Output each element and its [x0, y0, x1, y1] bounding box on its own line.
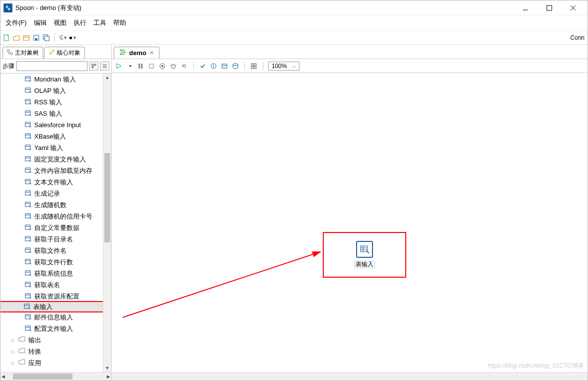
step-node-table-input[interactable]: 表输入	[354, 241, 375, 269]
menu-tools[interactable]: 工具	[91, 17, 108, 28]
tree-horizontal-scrollbar[interactable]: ◀ ▶	[0, 372, 111, 381]
collapse-tree-icon[interactable]	[100, 62, 109, 71]
tree-folder-label: 应用	[28, 359, 41, 368]
save-icon[interactable]	[32, 34, 40, 42]
verify-icon[interactable]	[199, 62, 207, 70]
new-icon[interactable]	[2, 34, 10, 42]
separator	[193, 62, 194, 71]
tree-item[interactable]: 生成随机数	[0, 199, 111, 211]
pause-icon[interactable]	[137, 62, 145, 70]
maximize-button[interactable]	[542, 2, 557, 14]
run-dropdown-icon[interactable]	[126, 62, 134, 70]
tree-item[interactable]: 获取文件名	[0, 245, 111, 256]
impact-icon[interactable]	[210, 62, 218, 70]
titlebar: Spoon - demo (有变动)	[0, 0, 588, 15]
debug-icon[interactable]	[169, 62, 177, 70]
tab-main-objects[interactable]: 主对象树	[2, 47, 43, 59]
tree-item[interactable]: SAS 输入	[0, 108, 111, 119]
scroll-thumb[interactable]	[104, 153, 110, 242]
svg-rect-72	[141, 64, 143, 69]
tree-item[interactable]: 获取资源库配置	[0, 291, 111, 302]
expand-icon[interactable]: ▷	[10, 349, 15, 354]
tree-item[interactable]: 获取系统信息	[0, 268, 111, 279]
step-icon	[24, 144, 31, 152]
dropdown-icon[interactable]: ●	[69, 34, 76, 42]
tab-close-icon[interactable]: ✕	[149, 50, 154, 56]
tree-vertical-scrollbar[interactable]: ▲ ▼	[103, 74, 111, 372]
menu-help[interactable]: 帮助	[111, 17, 128, 28]
hscroll-thumb[interactable]	[13, 374, 73, 380]
tree-item[interactable]: Salesforce Input	[0, 119, 111, 131]
tree-item[interactable]: XBase输入	[0, 131, 111, 142]
show-results-icon[interactable]	[250, 62, 258, 70]
tree-item[interactable]: 生成随机的信用卡号	[0, 211, 111, 222]
replay-icon[interactable]	[180, 62, 188, 70]
tree-item[interactable]: 获取文件行数	[0, 256, 111, 268]
tree-item[interactable]: 表输入	[0, 301, 105, 312]
tree-folder[interactable]: ▷输出	[0, 334, 111, 346]
stop-icon[interactable]	[147, 62, 155, 70]
tree-folder[interactable]: ▷应用	[0, 357, 111, 369]
tab-main-label: 主对象树	[15, 49, 39, 57]
tree-item-label: 表输入	[33, 303, 53, 311]
expand-icon[interactable]: ▷	[10, 361, 15, 366]
menu-view[interactable]: 视图	[52, 17, 69, 28]
tree-item[interactable]: 文本文件输入	[0, 176, 111, 188]
toolbar-right-text: Conn	[570, 34, 586, 41]
menu-run[interactable]: 执行	[72, 17, 88, 28]
svg-point-69	[124, 52, 126, 53]
canvas[interactable]: 表输入 https://blog.csdn.net/qq_51CTO博客	[112, 73, 588, 372]
run-icon[interactable]	[115, 62, 123, 70]
tree-item[interactable]: 生成记录	[0, 188, 111, 199]
tree-item[interactable]: OLAP 输入	[0, 85, 111, 96]
tree-item[interactable]: Yaml 输入	[0, 142, 111, 153]
step-icon	[24, 98, 31, 106]
tree-item-label: 获取子目录名	[34, 235, 73, 244]
expand-tree-icon[interactable]	[89, 62, 98, 71]
open-icon[interactable]	[12, 34, 20, 42]
step-icon	[24, 235, 31, 243]
tree-folder[interactable]: ▷转换	[0, 346, 111, 357]
tree-item-label: Yaml 输入	[34, 144, 63, 152]
explore-db-icon[interactable]	[231, 62, 239, 70]
tree-item[interactable]: 自定义常量数据	[0, 222, 111, 233]
sql-icon[interactable]	[220, 62, 228, 70]
tree-item[interactable]: 获取子目录名	[0, 233, 111, 245]
step-icon	[24, 132, 31, 141]
step-tree[interactable]: Mondrian 输入OLAP 输入RSS 输入SAS 输入Salesforce…	[0, 74, 111, 372]
preview-icon[interactable]	[158, 62, 166, 70]
canvas-tab-demo[interactable]: demo ✕	[114, 47, 159, 59]
close-button[interactable]	[566, 2, 581, 14]
tree-item-label: 获取资源库配置	[34, 292, 79, 301]
menu-edit[interactable]: 编辑	[32, 17, 49, 28]
saveas-icon[interactable]	[42, 34, 50, 42]
tree-item-label: 获取文件行数	[34, 258, 73, 267]
tree-item[interactable]: RSS 输入	[0, 96, 111, 108]
svg-rect-11	[45, 36, 49, 41]
svg-rect-13	[10, 53, 12, 55]
separator	[263, 62, 263, 71]
tree-item[interactable]: 配置文件输入	[0, 323, 111, 334]
zoom-select[interactable]: 100%	[268, 62, 299, 71]
perspective-icon[interactable]	[59, 34, 67, 42]
scroll-up-arrow[interactable]: ▲	[103, 74, 111, 81]
tree-item[interactable]: 文件内容加载至内存	[0, 165, 111, 176]
canvas-horizontal-scrollbar[interactable]	[112, 372, 588, 381]
tree-item[interactable]: 邮件信息输入	[0, 311, 111, 323]
svg-point-75	[161, 65, 163, 67]
menu-file[interactable]: 文件(F)	[3, 17, 29, 28]
tree-item[interactable]: 固定宽度文件输入	[0, 153, 111, 165]
step-icon	[24, 109, 31, 118]
explore-icon[interactable]	[22, 34, 30, 42]
scroll-down-arrow[interactable]: ▼	[103, 364, 111, 372]
expand-icon[interactable]: ▷	[10, 338, 15, 343]
tree-item[interactable]: Mondrian 输入	[0, 74, 111, 85]
tree-item[interactable]: 获取表名	[0, 279, 111, 291]
tab-core-objects[interactable]: 核心对象	[44, 47, 85, 59]
folder-icon	[18, 336, 25, 344]
svg-rect-73	[149, 64, 153, 68]
step-icon	[24, 246, 31, 255]
minimize-button[interactable]	[518, 2, 533, 14]
search-input[interactable]	[16, 61, 87, 71]
tree-item-label: SAS 输入	[34, 109, 62, 118]
